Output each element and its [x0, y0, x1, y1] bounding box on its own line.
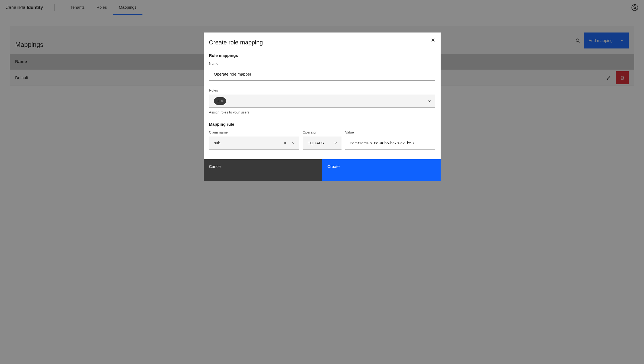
close-icon: [431, 38, 435, 43]
field-roles-group: Roles 1: [209, 88, 435, 97]
name-input[interactable]: [209, 68, 435, 81]
field-name-group: Name: [209, 61, 435, 81]
modal-title: Create role mapping: [209, 39, 435, 46]
name-label: Name: [209, 61, 435, 66]
close-button[interactable]: [429, 36, 437, 44]
modal-overlay: Create role mapping Role mappings Name R…: [0, 0, 644, 97]
section-role-mappings-heading: Role mappings: [209, 53, 435, 58]
modal-body: Create role mapping Role mappings Name R…: [204, 32, 441, 97]
create-role-mapping-modal: Create role mapping Role mappings Name R…: [204, 32, 441, 97]
roles-multiselect[interactable]: 1: [209, 95, 435, 97]
roles-label: Roles: [209, 88, 435, 92]
